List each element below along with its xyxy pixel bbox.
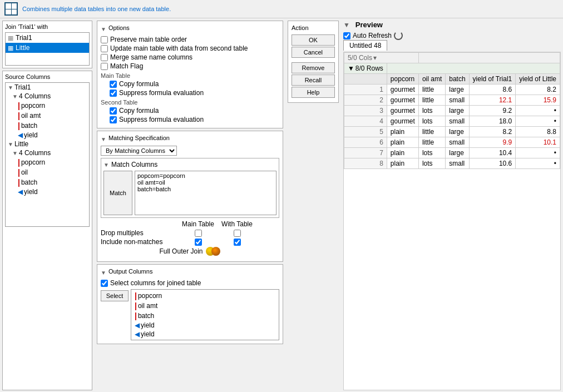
source-columns-tree: ▼ Trial1 ▼ 4 Columns | popcorn | oil amt…	[5, 82, 90, 227]
table-row[interactable]: 7 plain lots large 10.4 •	[344, 148, 560, 158]
match-button[interactable]: Match	[103, 171, 132, 215]
col-header-batch[interactable]: batch	[446, 74, 469, 85]
help-button[interactable]: Help	[292, 87, 335, 98]
matching-toggle[interactable]: ▼	[101, 136, 106, 142]
red-bar-icon-3: |	[18, 121, 20, 130]
second-suppress-label: Suppress formula evaluation	[119, 116, 204, 123]
little-col-batch-label: batch	[21, 178, 37, 186]
little-cols-toggle[interactable]: ▼	[12, 150, 18, 156]
col-header-popcorn[interactable]: popcorn	[387, 74, 418, 85]
table-row[interactable]: 3 gourmet lots large 9.2 •	[344, 106, 560, 116]
trial1-cols-toggle[interactable]: ▼	[12, 93, 18, 100]
col-header-yield-trial1[interactable]: yield of Trial1	[469, 74, 516, 85]
options-toggle[interactable]: ▼	[101, 26, 106, 32]
output-col-oilamt-label: oil amt	[138, 302, 157, 310]
match-columns-title-label: Match Columns	[111, 161, 157, 168]
row-yield-trial1: 10.6	[469, 158, 516, 169]
row-batch: large	[446, 127, 469, 137]
merge-checkbox[interactable]	[101, 54, 108, 61]
main-copy-label: Copy formula	[119, 80, 159, 88]
rows-meta-toggle-icon[interactable]: ▼	[348, 64, 354, 72]
row-yield-trial1: 8.2	[469, 127, 516, 137]
output-col-popcorn[interactable]: | popcorn	[132, 291, 278, 301]
little-tree-item[interactable]: ▼ Little	[6, 140, 89, 148]
select-button[interactable]: Select	[101, 290, 129, 301]
little-col-oil[interactable]: | oil	[6, 167, 89, 177]
little-col-yield[interactable]: ◀ yield	[6, 187, 89, 196]
cancel-button[interactable]: Cancel	[292, 47, 335, 58]
matchflag-checkbox[interactable]	[101, 63, 108, 70]
little-col-popcorn[interactable]: | popcorn	[6, 157, 89, 167]
action-section: Action OK Cancel Remove Recall Help	[288, 21, 339, 103]
little-columns-group[interactable]: ▼ 4 Columns	[6, 148, 89, 157]
matching-dropdown[interactable]: By Matching Columns By Row Number	[101, 146, 177, 156]
blue-arrow-icon-4: ◀	[135, 330, 140, 338]
table-row[interactable]: 4 gourmet lots small 18.0 •	[344, 116, 560, 127]
main-copy-checkbox[interactable]	[110, 81, 117, 88]
empty-meta	[418, 53, 560, 63]
trial1-col-batch[interactable]: | batch	[6, 121, 89, 131]
output-toggle[interactable]: ▼	[101, 270, 106, 276]
second-suppress-checkbox[interactable]	[110, 116, 117, 123]
source-columns-title: Source Columns	[5, 73, 90, 80]
table-row[interactable]: 5 plain little large 8.2 8.8	[344, 127, 560, 137]
ok-button[interactable]: OK	[292, 34, 335, 46]
trial1-tree-item[interactable]: ▼ Trial1	[6, 83, 89, 92]
trial1-col-oilamt-label: oil amt	[21, 112, 41, 120]
second-copy-checkbox[interactable]	[110, 107, 117, 115]
refresh-icon[interactable]	[394, 31, 403, 40]
join-item-little[interactable]: ▦ Little	[6, 43, 89, 53]
output-title: Output Columns	[108, 268, 152, 275]
rows-meta-toggle[interactable]: ▼ 8/0 Rows	[344, 63, 387, 74]
auto-refresh-checkbox[interactable]	[343, 32, 350, 39]
recall-button[interactable]: Recall	[292, 75, 335, 86]
dropdown-icon[interactable]: ▾	[373, 54, 377, 62]
row-num: 2	[344, 95, 387, 106]
join-item-trial1[interactable]: ▦ Trial1	[6, 33, 89, 43]
preview-tbody: 1 gourmet little large 8.6 8.2 2 gourmet…	[344, 85, 560, 169]
remove-button[interactable]: Remove	[292, 62, 335, 73]
include-with-checkbox[interactable]	[234, 239, 241, 246]
row-yield-little: •	[516, 158, 560, 169]
action-panel: Action OK Cancel Remove Recall Help	[285, 18, 341, 392]
main-suppress-checkbox[interactable]	[110, 90, 117, 97]
output-col-yield1[interactable]: ◀ yield	[132, 321, 278, 330]
trial1-toggle[interactable]: ▼	[8, 85, 13, 91]
output-col-batch[interactable]: | batch	[132, 311, 278, 321]
drop-main-checkbox[interactable]	[195, 230, 202, 237]
match-cols-toggle[interactable]: ▼	[103, 162, 109, 168]
table-row[interactable]: 8 plain lots small 10.6 •	[344, 158, 560, 169]
row-num: 6	[344, 137, 387, 148]
update-checkbox[interactable]	[101, 45, 108, 52]
little-columns-label: 4 Columns	[19, 149, 51, 157]
preview-tab[interactable]: Untitled 48	[343, 40, 387, 51]
row-yield-little: 8.2	[516, 85, 560, 95]
little-col-batch[interactable]: | batch	[6, 177, 89, 187]
trial1-columns-group[interactable]: ▼ 4 Columns	[6, 92, 89, 101]
table-row[interactable]: 6 plain little small 9.9 10.1	[344, 137, 560, 148]
drop-with-checkbox[interactable]	[234, 230, 241, 237]
little-toggle[interactable]: ▼	[8, 141, 13, 147]
output-col-yield2[interactable]: ◀ yield	[132, 330, 278, 339]
preview-toggle[interactable]: ▼	[343, 21, 350, 29]
preview-panel: ▼ Preview Auto Refresh Untitled 48 5/0 C…	[341, 18, 563, 392]
col-header-oilamt[interactable]: oil amt	[418, 74, 445, 85]
trial1-col-yield[interactable]: ◀ yield	[6, 131, 89, 140]
row-batch: small	[446, 137, 469, 148]
output-inner: Select | popcorn | oil amt | batch	[101, 289, 279, 340]
preserve-checkbox[interactable]	[101, 36, 108, 43]
select-columns-row: Select columns for joined table	[101, 279, 279, 287]
trial1-col-oilamt[interactable]: | oil amt	[6, 111, 89, 121]
row-oilamt: lots	[418, 158, 445, 169]
trial1-col-popcorn[interactable]: | popcorn	[6, 101, 89, 111]
include-main-checkbox[interactable]	[195, 239, 202, 246]
row-num: 7	[344, 148, 387, 158]
table-row[interactable]: 1 gourmet little large 8.6 8.2	[344, 85, 560, 95]
red-bar-icon-9: |	[135, 311, 137, 320]
table-row[interactable]: 2 gourmet little small 12.1 15.9	[344, 95, 560, 106]
red-bar-icon-5: |	[18, 168, 20, 177]
select-columns-checkbox[interactable]	[101, 280, 108, 287]
col-header-yield-little[interactable]: yield of Little	[516, 74, 560, 85]
main-table-label: Main Table	[179, 220, 218, 228]
output-col-oilamt[interactable]: | oil amt	[132, 301, 278, 311]
